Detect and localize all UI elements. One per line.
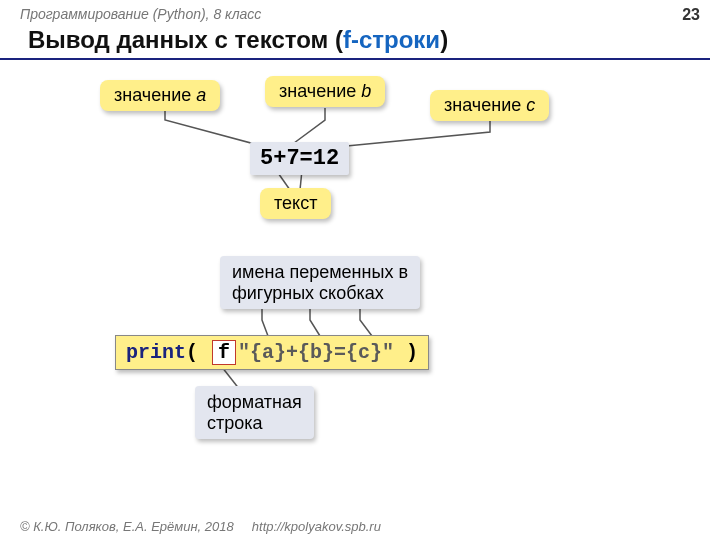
code-f-prefix: f [212,340,236,365]
callout-var-l2: фигурных скобках [232,283,384,303]
course-label: Программирование (Python), 8 класс [20,6,261,24]
callout-format-l2: строка [207,413,263,433]
footer-url: http://kpolyakov.spb.ru [252,519,381,534]
code-kw-print: print [126,341,186,364]
callout-value-b: значение b [265,76,385,107]
page-number: 23 [682,6,700,24]
footer: © К.Ю. Поляков, Е.А. Ерёмин, 2018 http:/… [20,519,381,534]
code-example: print( f"{a}+{b}={c}" ) [115,335,429,370]
callout-value-a: значение a [100,80,220,111]
callout-c-var: c [526,95,535,115]
callout-value-c: значение c [430,90,549,121]
callout-format-l1: форматная [207,392,302,412]
callout-format-string: форматная строка [195,386,314,439]
code-open-paren: ( [186,341,210,364]
callout-b-text: значение [279,81,361,101]
callout-a-var: a [196,85,206,105]
callout-c-text: значение [444,95,526,115]
title-part2: ) [440,26,448,53]
callout-var-l1: имена переменных в [232,262,408,282]
title-part1: Вывод данных с текстом ( [28,26,343,53]
header-bar: Программирование (Python), 8 класс 23 [0,0,720,24]
callout-b-var: b [361,81,371,101]
callout-a-text: значение [114,85,196,105]
callout-text: текст [260,188,331,219]
output-example: 5+7=12 [250,142,349,175]
title-blue: f-строки [343,26,440,53]
footer-copyright: © К.Ю. Поляков, Е.А. Ерёмин, 2018 [20,519,234,534]
page-title: Вывод данных с текстом (f-строки) [0,24,710,60]
diagram-stage: значение a значение b значение c 5+7=12 … [0,60,720,480]
callout-var-braces: имена переменных в фигурных скобках [220,256,420,309]
code-string: "{a}+{b}={c}" [238,341,394,364]
code-close-paren: ) [394,341,418,364]
